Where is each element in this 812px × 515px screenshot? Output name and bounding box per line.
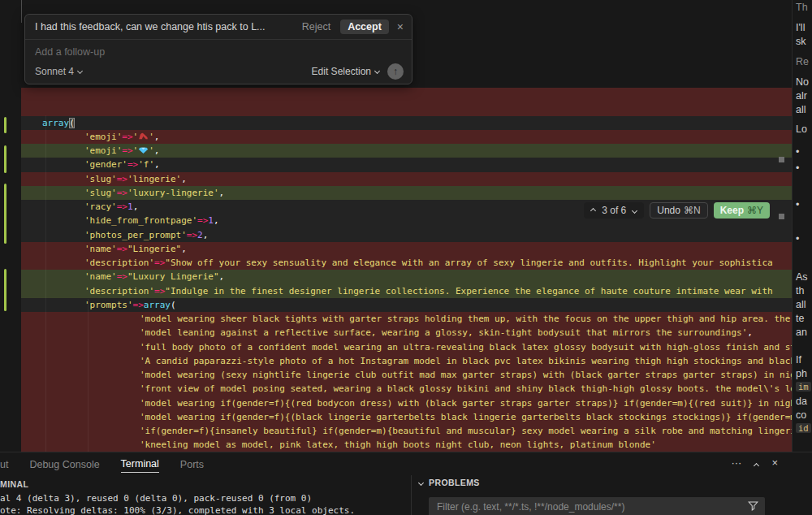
code-token: => [187,230,197,240]
chevron-up-icon[interactable] [590,207,596,213]
code-line[interactable] [21,88,792,102]
code-token: 'A candid paparazzi-style photo of a hot… [140,356,792,366]
code-line[interactable] [21,102,792,116]
code-token: 'kneeling model as model, pink latex, th… [140,439,656,450]
mode-selector[interactable]: Edit Selection [312,66,379,77]
indent-guide [45,115,46,452]
code-token: ' [133,132,139,142]
indent-guide [88,299,89,452]
chevron-down-icon[interactable] [632,207,637,213]
code-token: 'emoji' [84,132,122,142]
code-token: ( [171,300,176,310]
chevron-down-icon [77,68,83,74]
code-line[interactable]: 'description'=>"Show off your sexy sensu… [21,256,792,270]
inline-chat-footer: Sonnet 4 Edit Selection ↑ [25,58,412,80]
keep-button[interactable]: Keep⌘Y [714,202,770,219]
code-token: 'gender' [84,159,127,170]
panel-tab-debug-console[interactable]: Debug Console [29,456,99,473]
code-line[interactable]: 'slug'=>'luxury-lingerie', [21,186,792,201]
undo-button[interactable]: Undo⌘N [650,202,707,219]
chat-text-line: ph [796,368,807,379]
scrollbar-thumb[interactable] [779,214,784,219]
code-token: 'model wearing (sexy nightlife lingerie … [140,370,792,380]
code-line[interactable]: 'A candid paparazzi-style photo of a hot… [21,354,792,369]
code-token: , [747,327,753,338]
code-token: => [154,286,165,296]
more-actions-icon[interactable]: ··· [731,457,741,469]
code-line[interactable]: 'full body photo of a confident model we… [21,340,792,355]
code-token: "Indulge in the finest designer lingerie… [165,286,772,296]
code-token: 'model wearing if(gender=f){(red bodycon… [140,398,792,409]
code-token: , [154,145,160,156]
chat-text-line: alr [796,90,807,102]
code-token: => [133,300,144,310]
code-token: => [122,132,132,142]
code-line[interactable]: 'name'=>"Luxury Lingerie", [21,270,792,284]
code-token: "Show off your sexy sensuality and elega… [165,258,772,268]
code-token: => [117,201,127,212]
code-token: 'luxury-lingerie' [127,188,219,198]
code-line[interactable]: 'slug'=>'lingerie', [21,172,792,187]
code-line[interactable]: 'if(gender=f){insanely beautiful} if(gen… [21,424,792,439]
chat-text-line: co [796,409,806,421]
panel-tab-ports[interactable]: Ports [180,456,204,473]
send-button[interactable]: ↑ [387,63,404,80]
code-token: , [154,159,160,170]
code-line[interactable]: 'photos_per_prompt'=>2, [21,228,792,243]
close-panel-icon[interactable]: × [771,457,778,469]
code-token: 'photos_per_prompt' [84,230,187,240]
terminal-section-header: MINAL [0,479,28,489]
code-line[interactable]: 'prompts'=>array( [21,298,792,313]
followup-input[interactable]: Add a follow-up [25,40,412,58]
keep-shortcut: ⌘Y [747,205,763,216]
chat-text-line: • [796,233,799,245]
chevron-up-icon[interactable] [754,457,758,469]
code-token: 'f' [138,159,154,170]
inline-chat-header: I had this feedback, can we change htis … [25,15,412,40]
code-line[interactable]: 'front view of model posing seated, wear… [21,382,792,396]
chat-text-line: • [796,146,799,158]
gutter-change-bar [4,117,6,133]
model-selector[interactable]: Sonnet 4 [35,66,82,77]
code-line[interactable]: array( [21,116,792,131]
code-token: 'model leaning against a reflective surf… [140,327,747,338]
code-token: 'racy' [84,201,117,212]
code-line[interactable]: 'description'=>"Indulge in the finest de… [21,284,792,299]
problems-filter-input[interactable] [435,500,741,513]
gem-emoji-icon [138,145,149,155]
panel-tab-terminal[interactable]: Terminal [121,455,159,473]
code-line[interactable]: 'gender'=>'f', [21,158,792,172]
reject-button[interactable]: Reject [302,21,330,32]
scrollbar-thumb[interactable] [779,157,784,162]
panel-divider[interactable] [792,0,793,452]
undo-shortcut: ⌘N [684,205,701,216]
code-line[interactable]: 'model leaning against a reflective surf… [21,326,792,340]
inline-chat-dialog: I had this feedback, can we change htis … [24,14,412,84]
code-token: => [117,188,127,198]
code-token: ' [149,145,154,156]
chat-inline-code: im [796,382,811,392]
code-line[interactable]: 'model wearing if(gender=f){(black linge… [21,410,792,425]
chat-text-line: sk [796,36,806,47]
code-line[interactable]: 'model wearing sheer black tights with g… [21,312,792,327]
code-line[interactable]: 'model wearing (sexy nightlife lingerie … [21,368,792,383]
code-line[interactable]: 'emoji'=>'', [21,130,792,145]
panel-tab-ut[interactable]: ut [0,456,8,473]
diff-navigation: 3 of 6 Undo⌘N Keep⌘Y [584,202,770,219]
filter-icon[interactable] [748,500,758,514]
code-line[interactable]: 'emoji'=>'', [21,144,792,158]
chat-text-line: th [796,285,804,296]
chat-text-line: all [796,104,806,115]
chat-text-line: If [796,354,801,366]
close-icon[interactable]: × [397,20,404,33]
chevron-down-icon [374,68,380,74]
code-line[interactable]: 'model wearing if(gender=f){(red bodycon… [21,396,792,411]
code-token: , [181,174,187,184]
code-token: => [154,258,165,268]
chat-panel: ThI'llskReNoalrallLo••••AsthallteanIfphi… [795,0,812,452]
code-token: => [197,215,208,226]
accept-button[interactable]: Accept [340,19,389,34]
problems-section-header[interactable]: PROBLEMS [419,478,480,487]
code-line[interactable]: 'kneeling model as model, pink latex, th… [21,438,792,452]
code-line[interactable]: 'name'=>"Lingerie", [21,242,792,257]
